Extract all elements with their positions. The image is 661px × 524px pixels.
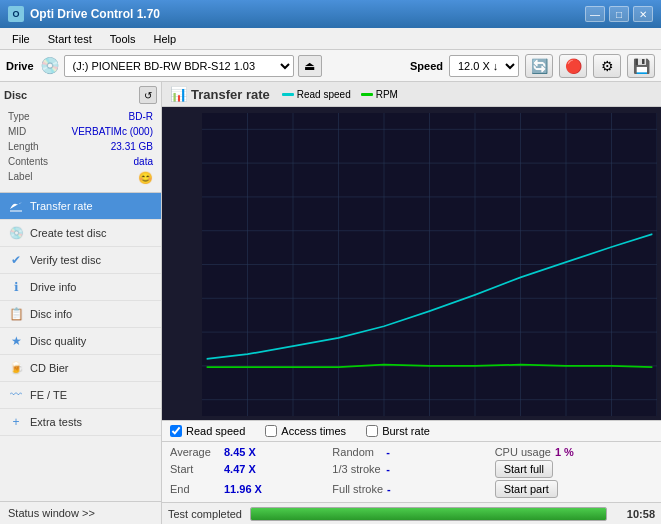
stats-start-label: Start bbox=[170, 463, 220, 475]
stats-fullstroke-label: Full stroke bbox=[332, 483, 383, 495]
title-bar: O Opti Drive Control 1.70 — □ ✕ bbox=[0, 0, 661, 28]
disc-table: Type BD-R MID VERBATIMc (000) Length 23.… bbox=[4, 108, 157, 188]
nav-disc-quality[interactable]: ★ Disc quality bbox=[0, 328, 161, 355]
chart-area: 18X 16X 14X 12X 10X 8X 6X 4X 2X bbox=[162, 107, 661, 420]
close-button[interactable]: ✕ bbox=[633, 6, 653, 22]
eject-button[interactable]: ⏏ bbox=[298, 55, 322, 77]
stats-start-row: Start 4.47 X bbox=[170, 460, 328, 478]
stats-onethird-label: 1/3 stroke bbox=[332, 463, 382, 475]
stats-cpu-value: 1 % bbox=[555, 446, 574, 458]
legend-rpm-label: RPM bbox=[376, 89, 398, 100]
progress-bar-container bbox=[250, 507, 607, 521]
maximize-button[interactable]: □ bbox=[609, 6, 629, 22]
stats-end-label: End bbox=[170, 483, 220, 495]
nav-fe-te-label: FE / TE bbox=[30, 389, 67, 401]
access-times-checkbox-label: Access times bbox=[281, 425, 346, 437]
nav-cd-bier-label: CD Bier bbox=[30, 362, 69, 374]
chart-title: 📊 Transfer rate bbox=[170, 86, 270, 102]
stats-start-full-row: Start full bbox=[495, 460, 653, 478]
fe-te-icon: 〰 bbox=[8, 387, 24, 403]
disc-contents-label: Contents bbox=[6, 155, 56, 168]
settings-button[interactable]: ⚙ bbox=[593, 54, 621, 78]
disc-length-value: 23.31 GB bbox=[58, 140, 155, 153]
disc-length-row: Length 23.31 GB bbox=[6, 140, 155, 153]
nav-fe-te[interactable]: 〰 FE / TE bbox=[0, 382, 161, 409]
menu-help[interactable]: Help bbox=[145, 31, 184, 47]
disc-info-icon: 📋 bbox=[8, 306, 24, 322]
start-full-button[interactable]: Start full bbox=[495, 460, 553, 478]
nav-section: Transfer rate 💿 Create test disc ✔ Verif… bbox=[0, 193, 161, 501]
drive-select[interactable]: (J:) PIONEER BD-RW BDR-S12 1.03 bbox=[64, 55, 294, 77]
speed-label: Speed bbox=[410, 60, 443, 72]
stats-fullstroke-value: - bbox=[387, 483, 391, 495]
nav-extra-tests[interactable]: + Extra tests bbox=[0, 409, 161, 436]
disc-label-row: Label 😊 bbox=[6, 170, 155, 186]
checkbox-access-times[interactable]: Access times bbox=[265, 425, 346, 437]
burst-rate-checkbox-label: Burst rate bbox=[382, 425, 430, 437]
stats-start-value: 4.47 X bbox=[224, 463, 256, 475]
minimize-button[interactable]: — bbox=[585, 6, 605, 22]
read-speed-checkbox-label: Read speed bbox=[186, 425, 245, 437]
burst-rate-checkbox[interactable] bbox=[366, 425, 378, 437]
disc-label-value: 😊 bbox=[58, 170, 155, 186]
menu-tools[interactable]: Tools bbox=[102, 31, 144, 47]
speed-select[interactable]: 12.0 X ↓ bbox=[449, 55, 519, 77]
refresh-button[interactable]: 🔄 bbox=[525, 54, 553, 78]
stats-random-row: Random - bbox=[332, 446, 490, 458]
status-window-button[interactable]: Status window >> bbox=[0, 501, 161, 524]
chart-svg: 18X 16X 14X 12X 10X 8X 6X 4X 2X bbox=[202, 113, 657, 416]
drive-disc-icon: 💿 bbox=[40, 56, 60, 75]
status-window-label: Status window >> bbox=[8, 507, 95, 519]
stats-onethird-row: 1/3 stroke - bbox=[332, 460, 490, 478]
read-speed-checkbox[interactable] bbox=[170, 425, 182, 437]
legend-read-speed-dot bbox=[282, 93, 294, 96]
stats-start-part-row: Start part bbox=[495, 480, 653, 498]
save-button[interactable]: 💾 bbox=[627, 54, 655, 78]
disc-section-title: Disc bbox=[4, 89, 27, 101]
nav-drive-info[interactable]: ℹ Drive info bbox=[0, 274, 161, 301]
disc-type-label: Type bbox=[6, 110, 56, 123]
nav-cd-bier[interactable]: 🍺 CD Bier bbox=[0, 355, 161, 382]
checkbox-read-speed[interactable]: Read speed bbox=[170, 425, 245, 437]
disc-label-label: Label bbox=[6, 170, 56, 186]
stats-cpu-label: CPU usage bbox=[495, 446, 551, 458]
legend-read-speed-label: Read speed bbox=[297, 89, 351, 100]
verify-test-disc-icon: ✔ bbox=[8, 252, 24, 268]
record-button[interactable]: 🔴 bbox=[559, 54, 587, 78]
disc-refresh-button[interactable]: ↺ bbox=[139, 86, 157, 104]
stats-average-label: Average bbox=[170, 446, 220, 458]
nav-drive-info-label: Drive info bbox=[30, 281, 76, 293]
nav-transfer-rate[interactable]: Transfer rate bbox=[0, 193, 161, 220]
menu-start-test[interactable]: Start test bbox=[40, 31, 100, 47]
app-icon: O bbox=[8, 6, 24, 22]
stats-section: Average 8.45 X Random - CPU usage 1 % St… bbox=[162, 441, 661, 502]
stats-fullstroke-row: Full stroke - bbox=[332, 480, 490, 498]
drive-label: Drive bbox=[6, 60, 34, 72]
disc-contents-row: Contents data bbox=[6, 155, 155, 168]
stats-end-row: End 11.96 X bbox=[170, 480, 328, 498]
menu-file[interactable]: File bbox=[4, 31, 38, 47]
checkbox-burst-rate[interactable]: Burst rate bbox=[366, 425, 430, 437]
disc-mid-label: MID bbox=[6, 125, 56, 138]
disc-quality-icon: ★ bbox=[8, 333, 24, 349]
disc-mid-row: MID VERBATIMc (000) bbox=[6, 125, 155, 138]
cd-bier-icon: 🍺 bbox=[8, 360, 24, 376]
extra-tests-icon: + bbox=[8, 414, 24, 430]
status-text: Test completed bbox=[168, 508, 242, 520]
start-part-button[interactable]: Start part bbox=[495, 480, 558, 498]
legend-rpm-dot bbox=[361, 93, 373, 96]
disc-contents-value: data bbox=[58, 155, 155, 168]
nav-verify-test-disc[interactable]: ✔ Verify test disc bbox=[0, 247, 161, 274]
nav-create-test-disc[interactable]: 💿 Create test disc bbox=[0, 220, 161, 247]
nav-verify-test-disc-label: Verify test disc bbox=[30, 254, 101, 266]
menu-bar: File Start test Tools Help bbox=[0, 28, 661, 50]
disc-section: Disc ↺ Type BD-R MID VERBATIMc (000) Len… bbox=[0, 82, 161, 193]
legend-read-speed: Read speed bbox=[282, 89, 351, 100]
stats-average-value: 8.45 X bbox=[224, 446, 256, 458]
app-title: Opti Drive Control 1.70 bbox=[30, 7, 160, 21]
disc-type-value: BD-R bbox=[58, 110, 155, 123]
stats-random-value: - bbox=[386, 446, 390, 458]
nav-disc-info[interactable]: 📋 Disc info bbox=[0, 301, 161, 328]
access-times-checkbox[interactable] bbox=[265, 425, 277, 437]
status-bar: Test completed 10:58 bbox=[162, 502, 661, 524]
